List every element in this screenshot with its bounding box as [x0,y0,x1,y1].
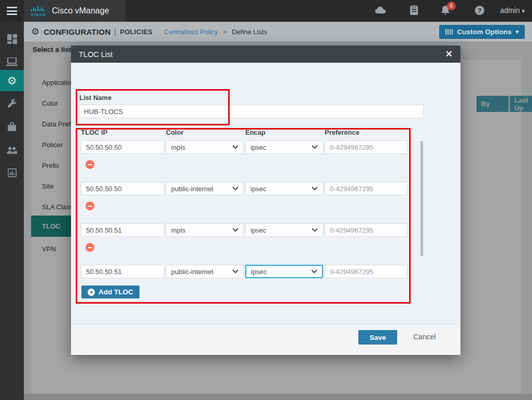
remove-row-minus-icon[interactable] [86,160,94,169]
sidebar-item-dashboard[interactable] [0,28,24,50]
encap-select[interactable]: ipsec [245,223,323,237]
sidebar-item-analytics[interactable] [0,162,24,183]
chevron-down-icon [311,269,317,274]
cloud-icon[interactable] [374,6,387,17]
custom-options-button[interactable]: Custom Options ▾ [439,25,525,39]
cancel-button[interactable]: Cancel [413,333,436,341]
hamburger-menu-icon[interactable] [7,7,17,15]
preference-input[interactable] [325,223,408,237]
add-tloc-button[interactable]: + Add TLOC [81,285,139,298]
username: admin [500,6,520,15]
help-icon[interactable]: ? [474,5,485,18]
notifications-bell-icon[interactable]: 6 [441,5,450,18]
monitor-icon [6,58,18,66]
close-icon[interactable]: ✕ [445,49,453,60]
analytics-chart-icon [8,168,17,177]
preference-input[interactable] [325,182,408,195]
page-header-bar: ⚙ CONFIGURATION | POLICIES Centralized P… [24,22,532,41]
sidebar-item-maintenance[interactable] [0,116,24,138]
page-title: CONFIGURATION [44,27,110,36]
tloc-ip-input[interactable] [81,182,164,195]
maintenance-bag-icon [7,122,17,132]
remove-row-minus-icon[interactable] [86,243,94,252]
cisco-logo-icon: cisco [31,5,46,17]
tloc-list-modal: TLOC List ✕ List Name TLOC IP Color Enca… [71,46,460,355]
user-menu[interactable]: admin ▾ [500,6,525,15]
tloc-ip-input[interactable] [81,140,164,154]
top-bar: cisco Cisco vManage 6 ? admin ▾ [0,0,532,22]
tloc-ip-input[interactable] [81,265,164,278]
preference-input[interactable] [325,265,408,278]
modal-header: TLOC List ✕ [71,46,460,63]
administration-users-icon [6,147,18,154]
chevron-down-icon [232,228,239,232]
columns-grid-icon [445,29,453,35]
preference-input[interactable] [325,140,408,154]
color-select[interactable]: mpls [166,223,244,237]
color-select[interactable]: public-internet [166,182,244,195]
chevron-down-icon [232,145,239,149]
tools-wrench-icon [7,98,17,108]
sidebar-item-monitor[interactable] [0,51,24,73]
chevron-down-icon [312,145,318,149]
dashboard-icon [7,34,17,44]
app-title: Cisco vManage [52,6,109,16]
breadcrumb-current: Define Lists [232,28,267,36]
modal-scrollbar-thumb[interactable] [421,141,423,256]
remove-row-minus-icon[interactable] [86,202,94,210]
breadcrumb: Centralized Policy > Define Lists [164,28,267,36]
notification-badge: 6 [447,2,456,10]
color-select[interactable]: public-internet [166,265,244,278]
color-select[interactable]: mpls [166,140,244,154]
configuration-gear-icon: ⚙ [31,26,39,37]
modal-title: TLOC List [79,50,113,59]
chevron-down-icon [312,228,318,232]
sidebar-item-configuration[interactable]: ⚙ [0,70,24,91]
list-name-input[interactable] [79,105,424,118]
column-header-tloc-ip: TLOC IP [81,128,107,136]
sidebar-item-administration[interactable] [0,139,24,161]
encap-select[interactable]: ipsec [245,140,323,154]
configuration-gear-icon: ⚙ [7,75,17,86]
list-name-label: List Name [79,94,111,102]
column-header-encap: Encap [245,128,265,136]
chevron-down-icon [312,187,318,191]
title-separator: | [115,27,117,36]
svg-text:?: ? [478,7,481,15]
page-section: POLICIES [120,28,152,36]
breadcrumb-parent-link[interactable]: Centralized Policy [164,28,218,36]
modal-footer: Save Cancel [71,324,460,355]
tloc-ip-input[interactable] [81,223,164,237]
column-header-color: Color [166,128,184,136]
save-button[interactable]: Save [358,330,397,345]
chevron-down-icon [232,269,239,274]
plus-icon: + [88,289,95,296]
encap-select-focused[interactable]: ipsec [245,265,323,278]
brand-block[interactable]: cisco Cisco vManage [24,0,125,22]
sidebar-item-tools[interactable] [0,92,24,114]
encap-select[interactable]: ipsec [245,182,323,195]
chevron-down-icon: ▾ [522,8,525,14]
breadcrumb-arrow: > [223,28,227,36]
column-header-preference: Preference [325,128,359,136]
tasks-clipboard-icon[interactable] [410,5,418,18]
chevron-down-icon [232,187,239,191]
chevron-down-icon: ▾ [515,28,519,35]
left-nav-rail: ⚙ [0,22,24,400]
